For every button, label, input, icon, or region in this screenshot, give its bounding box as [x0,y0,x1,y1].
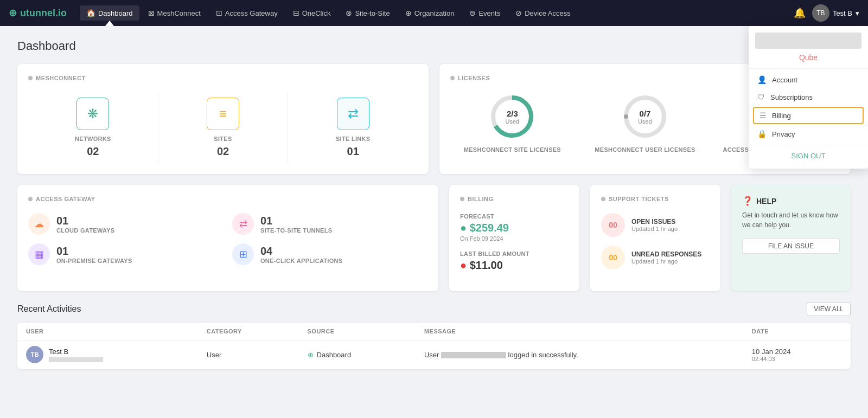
navbar-right: 🔔 TB Test B ▾ [794,4,859,22]
privacy-icon: 🔒 [757,130,767,138]
nav-link-device-access[interactable]: ⊘ Device Access [509,5,577,21]
activity-message-suffix: logged in successfully. [508,351,578,359]
billing-dot [460,197,464,201]
user-avatar: TB [812,4,829,22]
nav-link-site-to-site[interactable]: ⊗ Site-to-Site [339,5,396,21]
billing-section-title: BILLING [460,196,569,202]
meshconnect-networks: ❋ NETWORKS 02 [28,92,158,163]
user-dropdown-menu: Qube 👤 Account 🛡 Subscriptions ☰ Billing… [749,26,868,169]
meshconnect-user-label: MESHCONNECT USER LICENSES [595,146,695,153]
activity-user-name: Test B [49,348,103,356]
ag-dot [28,197,33,201]
nav-dropdown-arrow [105,21,114,26]
svg-point-4 [624,114,628,119]
col-message: MESSAGE [416,323,743,340]
activities-title: Recent Activities [17,304,81,314]
last-billed-label: LAST BILLED AMOUNT [460,250,569,257]
brand-name: utunnel.io [20,8,67,19]
on-premise-value: 01 [56,245,132,258]
oneclick-apps-value: 04 [260,245,342,258]
activity-source-cell: ⊕ Dashboard [299,340,416,369]
nav-link-meshconnect[interactable]: ⊠ MeshConnect [142,5,207,21]
sitelinks-value: 01 [347,145,359,158]
activity-user-cell: TB Test B [17,340,198,369]
sites-label: SITES [214,136,232,142]
networks-value: 02 [87,145,99,158]
access-gateway-icon: ⊡ [216,9,222,17]
dropdown-billing[interactable]: ☰ Billing [753,107,864,124]
unread-responses-updated: Updated 1 hr ago [631,258,701,265]
billing-icon: ☰ [760,111,767,120]
activities-table-body: TB Test B User ⊕ Dashboard [17,340,851,369]
ag-on-premise: ▦ 01 ON-PREMISE GATEWAYS [28,243,224,265]
oneclick-icon: ⊟ [293,9,299,17]
networks-label: NETWORKS [75,136,111,142]
nav-dashboard-wrapper: 🏠 Dashboard [80,5,139,21]
meshconnect-user-license: 0/7 Used MESHCONNECT USER LICENSES [583,92,707,153]
help-title: ❓ HELP [742,196,840,206]
cloud-gateways-value: 01 [56,215,115,227]
activity-user-avatar: TB [26,346,43,363]
open-issues-updated: Updated 1 hr ago [631,226,678,232]
dropdown-privacy[interactable]: 🔒 Privacy [749,125,868,143]
notifications-button[interactable]: 🔔 [794,7,806,19]
billing-last-billed: LAST BILLED AMOUNT ● $11.00 [460,250,569,272]
recent-activities-section: Recent Activities VIEW ALL USER CATEGORY… [17,302,851,369]
nav-links: 🏠 Dashboard ⊠ MeshConnect ⊡ Access Gatew… [80,5,794,21]
user-dropdown-arrow: ▾ [856,9,859,17]
ag-items: ☁ 01 CLOUD GATEWAYS ⇄ 01 SITE-TO-SITE TU… [28,213,427,265]
navbar: ⊕ utunnel.io 🏠 Dashboard ⊠ MeshConnect ⊡… [0,0,868,26]
signout-button[interactable]: SIGN OUT [749,147,868,164]
ag-site-to-site: ⇄ 01 SITE-TO-SITE TUNNELS [232,213,427,235]
meshconnect-card: MESHCONNECT ❋ NETWORKS 02 ≡ SITES 02 ⇄ S… [17,64,429,174]
nav-link-events[interactable]: ⊜ Events [463,5,507,21]
dropdown-subscriptions[interactable]: 🛡 Subscriptions [749,88,868,106]
dropdown-divider-2 [749,145,868,145]
second-cards-row: ACCESS GATEWAY ☁ 01 CLOUD GATEWAYS ⇄ 01 … [17,185,851,291]
meshconnect-site-license: 2/3 Used MESHCONNECT SITE LICENSES [450,92,575,153]
user-menu-button[interactable]: TB Test B ▾ [812,4,859,22]
nav-link-access-gateway[interactable]: ⊡ Access Gateway [209,5,284,21]
org-name: Qube [749,51,868,66]
brand-icon: ⊕ [9,7,17,19]
view-all-button[interactable]: VIEW ALL [807,302,851,316]
nav-link-oneclick[interactable]: ⊟ OneClick [286,5,337,21]
events-icon: ⊜ [469,9,476,17]
help-card: ❓ HELP Get in touch and let us know how … [731,185,851,291]
col-user: USER [17,323,198,340]
support-dot [601,197,605,201]
org-bar [755,33,861,49]
activities-header: Recent Activities VIEW ALL [17,302,851,316]
account-icon: 👤 [757,75,767,84]
meshconnect-section-title: MESHCONNECT [28,75,418,81]
unread-responses-item: 00 UNREAD RESPONSES Updated 1 hr ago [601,246,710,269]
support-section-title: SUPPORT TICKETS [601,196,710,202]
meshconnect-user-center: 0/7 Used [638,109,652,125]
source-icon: ⊕ [308,351,314,359]
col-date: DATE [743,323,851,340]
forecast-label: FORECAST [460,213,569,220]
help-text: Get in touch and let us know how we can … [742,210,840,230]
site-to-site-value: 01 [260,215,332,227]
cloud-gateways-icon: ☁ [28,213,50,235]
subscriptions-icon: 🛡 [757,93,765,101]
activities-header-row: USER CATEGORY SOURCE MESSAGE DATE [17,323,851,340]
activity-source: Dashboard [317,351,352,359]
brand-logo[interactable]: ⊕ utunnel.io [9,7,67,19]
file-an-issue-button[interactable]: FILE AN ISSUE [742,239,840,254]
meshconnect-dot [28,76,33,80]
ag-section-title: ACCESS GATEWAY [28,196,427,202]
billing-card: BILLING FORECAST ● $259.49 On Feb 09 202… [449,185,579,291]
nav-link-dashboard[interactable]: 🏠 Dashboard [80,5,139,21]
meshconnect-site-donut: 2/3 Used [488,92,537,141]
page-title: Dashboard [17,39,851,53]
unread-responses-label: UNREAD RESPONSES [631,250,701,258]
table-row: TB Test B User ⊕ Dashboard [17,340,851,369]
help-icon: ❓ [742,196,753,206]
nav-link-organization[interactable]: ⊕ Organization [399,5,461,21]
open-issues-label: OPEN ISSUES [631,218,678,226]
meshconnect-icon: ⊠ [148,9,155,17]
dropdown-account[interactable]: 👤 Account [749,71,868,88]
organization-icon: ⊕ [405,9,412,17]
meshconnect-user-donut: 0/7 Used [621,92,669,141]
